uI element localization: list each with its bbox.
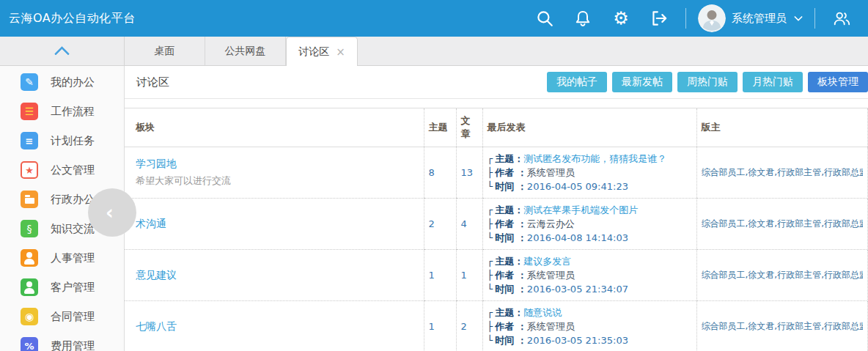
articles-count: 13 — [456, 147, 482, 199]
last-topic-link[interactable]: 测试在苹果手机端发个图片 — [523, 204, 638, 215]
col-moderator: 版主 — [696, 108, 868, 147]
last-author: 系统管理员 — [527, 270, 575, 281]
board-link[interactable]: 术沟通 — [136, 218, 166, 229]
tree-glyph: ┌ — [488, 153, 493, 164]
toolbar-buttons: 我的帖子 最新发帖 周热门贴 月热门贴 板块管理 — [547, 72, 868, 92]
last-time: 2016-03-05 21:34:07 — [527, 284, 628, 295]
topbar-divider — [814, 8, 815, 29]
sidebar-item-plan-tasks[interactable]: ≡ 计划任务 — [0, 126, 124, 155]
sidebar-item-label: 客户管理 — [51, 281, 95, 295]
avatar[interactable] — [698, 4, 726, 32]
articles-count: 1 — [456, 250, 482, 301]
tree-glyph: ├ — [488, 321, 493, 332]
col-last-post: 最后发表 — [482, 108, 696, 147]
topic-label: 主题： — [495, 256, 523, 267]
latest-posts-button[interactable]: 最新发帖 — [612, 72, 672, 92]
monthly-hot-button[interactable]: 月热门贴 — [743, 72, 803, 92]
tab-discussion[interactable]: 讨论区 × — [286, 37, 358, 67]
chevron-down-icon[interactable] — [792, 12, 804, 24]
moderators-links[interactable]: 综合部员工,徐文君,行政部主管,行政部总监 — [702, 269, 864, 281]
page-header: 讨论区 我的帖子 最新发帖 周热门贴 月热门贴 板块管理 — [125, 66, 868, 99]
sidebar-item-label: 工作流程 — [51, 105, 95, 119]
weekly-hot-button[interactable]: 周热门贴 — [677, 72, 738, 92]
person-badge-icon — [21, 249, 38, 267]
sidebar-item-customers[interactable]: 客户管理 — [0, 273, 124, 302]
bell-icon[interactable] — [573, 9, 592, 28]
chevron-up-icon — [54, 46, 70, 62]
tree-glyph: ┌ — [488, 256, 493, 267]
tree-glyph: └ — [488, 181, 493, 192]
table-row: 术沟通 2 4 ┌主题：测试在苹果手机端发个图片 ├作者 ：云海云办公 └时间 … — [125, 199, 868, 250]
time-label: 时间 ： — [495, 181, 527, 192]
sidebar-item-label: 计划任务 — [51, 134, 95, 148]
user-name[interactable]: 系统管理员 — [732, 12, 787, 26]
pencil-icon: ✎ — [21, 73, 38, 91]
sidebar-item-label: 知识交流 — [51, 222, 95, 236]
time-label: 时间 ： — [495, 284, 527, 295]
last-author: 云海云办公 — [527, 218, 575, 229]
sidebar-item-official-docs[interactable]: ★ 公文管理 — [0, 155, 124, 185]
table-row: 学习园地 希望大家可以进行交流 8 13 ┌主题：测试匿名发布功能，猜猜我是谁？… — [125, 147, 868, 199]
tree-glyph: ├ — [488, 218, 493, 229]
sidebar-collapse-handle[interactable]: ‹ — [88, 188, 136, 237]
scroll-icon: § — [21, 220, 38, 237]
author-label: 作者 ： — [495, 321, 527, 332]
chevron-left-icon: ‹ — [88, 203, 114, 222]
time-label: 时间 ： — [495, 232, 527, 243]
sidebar-item-contracts[interactable]: ◉ 合同管理 — [0, 302, 124, 331]
topics-count: 8 — [424, 147, 456, 199]
time-label: 时间 ： — [495, 335, 527, 346]
board-description: 希望大家可以进行交流 — [136, 174, 419, 188]
page-title: 讨论区 — [136, 75, 169, 89]
tree-glyph: ┌ — [488, 204, 493, 215]
author-label: 作者 ： — [495, 218, 527, 229]
tab-label: 桌面 — [155, 45, 175, 58]
folder-icon — [21, 191, 38, 208]
sidebar-item-workflow[interactable]: ☰ 工作流程 — [0, 97, 124, 126]
board-link[interactable]: 学习园地 — [136, 158, 177, 169]
sidebar-item-my-office[interactable]: ✎ 我的办公 — [0, 67, 124, 97]
close-icon[interactable]: × — [336, 45, 345, 59]
board-table: 板块 主题 文章 最后发表 版主 学习园地 希望大家可以进行交流 8 13 ┌ — [125, 108, 868, 351]
users-icon[interactable] — [832, 9, 851, 28]
sidebar-item-hr[interactable]: 人事管理 — [0, 243, 124, 273]
tree-glyph: ├ — [488, 270, 493, 281]
moderators-links[interactable]: 综合部员工,徐文君,行政部主管,行政部总监 — [702, 218, 864, 230]
sidebar-item-label: 人事管理 — [51, 251, 95, 265]
search-icon[interactable] — [535, 9, 554, 28]
moderators-links[interactable]: 综合部员工,徐文君,行政部主管,行政部总监 — [702, 320, 864, 333]
topbar-actions: ⚙ 系统管理员 — [526, 4, 868, 32]
table-row: 意见建议 1 1 ┌主题：建议多发言 ├作者 ：系统管理员 └时间 ：2016-… — [125, 250, 868, 301]
board-manage-button[interactable]: 板块管理 — [808, 72, 868, 92]
moderators-links[interactable]: 综合部员工,徐文君,行政部主管,行政部总监 — [702, 166, 864, 179]
sidebar-collapse-button[interactable] — [0, 37, 125, 65]
last-author: 系统管理员 — [527, 321, 575, 332]
sidebar-item-label: 费用管理 — [51, 339, 95, 351]
last-time: 2016-03-05 21:35:03 — [527, 335, 628, 346]
star-doc-icon: ★ — [21, 161, 38, 179]
col-board: 板块 — [125, 108, 424, 147]
sidebar-item-label: 我的办公 — [51, 75, 95, 89]
topic-label: 主题： — [495, 307, 523, 318]
logout-icon[interactable] — [650, 9, 669, 28]
last-topic-link[interactable]: 测试匿名发布功能，猜猜我是谁？ — [523, 153, 666, 164]
articles-count: 2 — [456, 301, 482, 351]
tab-desktop[interactable]: 桌面 — [125, 37, 205, 65]
last-topic-link[interactable]: 建议多发言 — [523, 256, 571, 267]
tree-glyph: ┌ — [488, 307, 493, 318]
gear-icon[interactable]: ⚙ — [611, 9, 630, 28]
topbar-divider — [685, 8, 686, 29]
author-label: 作者 ： — [495, 167, 527, 178]
last-topic-link[interactable]: 随意说说 — [523, 307, 562, 318]
sidebar-item-expenses[interactable]: % 费用管理 — [0, 331, 124, 351]
task-list-icon: ≡ — [21, 132, 38, 149]
topic-label: 主题： — [495, 204, 523, 215]
board-link[interactable]: 意见建议 — [136, 269, 177, 281]
table-row: 七嘴八舌 1 2 ┌主题：随意说说 ├作者 ：系统管理员 └时间 ：2016-0… — [125, 301, 868, 351]
topics-count: 2 — [424, 199, 456, 250]
tab-public-drive[interactable]: 公共网盘 — [205, 37, 286, 65]
topbar: 云海OA办公自动化平台 ⚙ 系统管理员 — [0, 0, 868, 37]
table-header-row: 板块 主题 文章 最后发表 版主 — [125, 108, 868, 147]
my-posts-button[interactable]: 我的帖子 — [547, 72, 607, 92]
board-link[interactable]: 七嘴八舌 — [136, 320, 177, 332]
